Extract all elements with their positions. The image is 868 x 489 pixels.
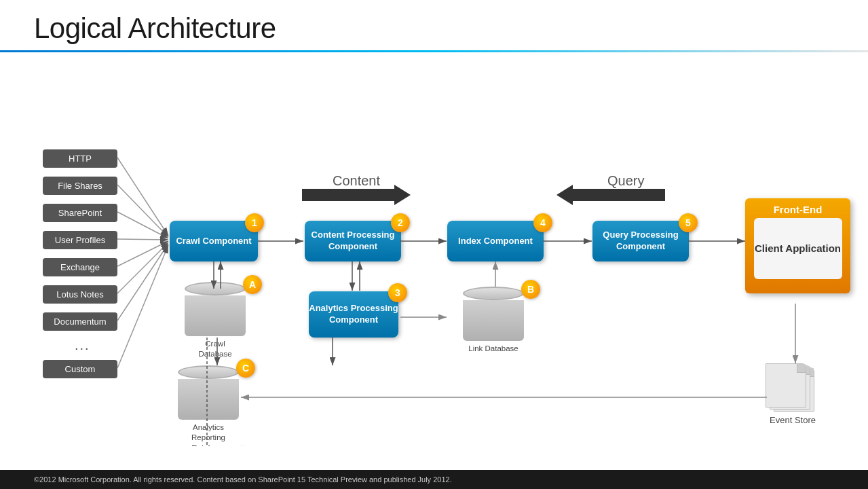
client-application-box: Client Application <box>754 218 842 279</box>
link-db: Link Database <box>463 287 524 354</box>
page-title: Logical Architecture <box>34 12 834 45</box>
badge-5: 5 <box>679 213 698 232</box>
frontend-title: Front-End <box>774 204 823 215</box>
svg-line-8 <box>117 242 168 293</box>
badge-b: B <box>521 280 540 299</box>
badge-c: C <box>236 359 255 378</box>
client-application-label: Client Application <box>755 242 841 255</box>
connector-arrows <box>0 52 868 446</box>
crawl-db: CrawlDatabase <box>185 282 246 359</box>
source-http: HTTP <box>43 149 117 168</box>
badge-3: 3 <box>388 283 407 302</box>
page-header: Logical Architecture <box>0 0 868 50</box>
analytics-reporting-db: AnalyticsReportingDatabase <box>178 365 239 446</box>
content-processing-component: Content Processing Component <box>305 221 401 261</box>
source-documentum: Documentum <box>43 312 117 331</box>
svg-line-6 <box>117 239 168 240</box>
svg-line-4 <box>117 185 168 237</box>
frontend-box: Front-End Client Application <box>745 198 850 293</box>
svg-line-3 <box>117 158 168 236</box>
svg-line-10 <box>117 245 168 368</box>
footer: ©2012 Microsoft Corporation. All rights … <box>0 470 868 489</box>
dots: ··· <box>75 340 90 356</box>
index-component: Index Component <box>447 221 544 261</box>
event-store-label: Event Store <box>766 415 820 425</box>
svg-line-5 <box>117 212 168 238</box>
source-exchange: Exchange <box>43 258 117 276</box>
content-arrow <box>302 185 411 205</box>
svg-line-7 <box>117 241 168 266</box>
footer-text: ©2012 Microsoft Corporation. All rights … <box>34 475 452 484</box>
query-arrow <box>556 185 665 205</box>
badge-a: A <box>243 275 262 294</box>
event-store-icon <box>766 363 820 411</box>
event-store: Event Store <box>766 363 820 425</box>
badge-1: 1 <box>245 213 264 232</box>
source-fileshares: File Shares <box>43 177 117 195</box>
badge-4: 4 <box>533 213 552 232</box>
source-lotusnotes: Lotus Notes <box>43 285 117 304</box>
source-custom: Custom <box>43 360 117 378</box>
query-processing-component: Query Processing Component <box>592 221 689 261</box>
analytics-component: Analytics Processing Component <box>309 291 398 338</box>
source-sharepoint: SharePoint <box>43 204 117 222</box>
svg-line-9 <box>117 244 168 321</box>
source-userprofiles: User Profiles <box>43 231 117 249</box>
diagram-area: Content Query HTTP File Shares SharePoin… <box>0 52 868 446</box>
crawl-component: Crawl Component <box>170 221 258 261</box>
badge-2: 2 <box>391 213 410 232</box>
